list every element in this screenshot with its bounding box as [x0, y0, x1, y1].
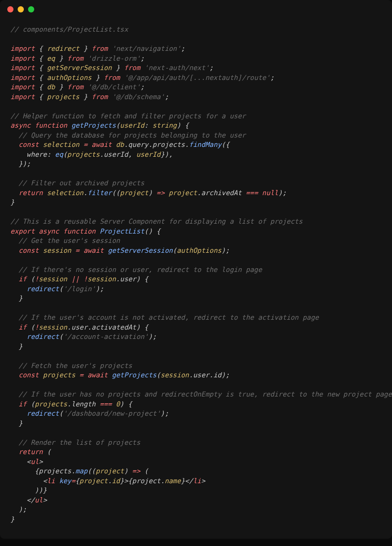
minimize-icon[interactable] [18, 6, 24, 12]
close-icon[interactable] [7, 6, 13, 12]
titlebar [0, 0, 392, 19]
code-editor: // components/ProjectList.tsx import { r… [0, 19, 392, 539]
code-window: // components/ProjectList.tsx import { r… [0, 0, 392, 539]
file-path-comment: // components/ProjectList.tsx [10, 25, 128, 33]
maximize-icon[interactable] [28, 6, 34, 12]
